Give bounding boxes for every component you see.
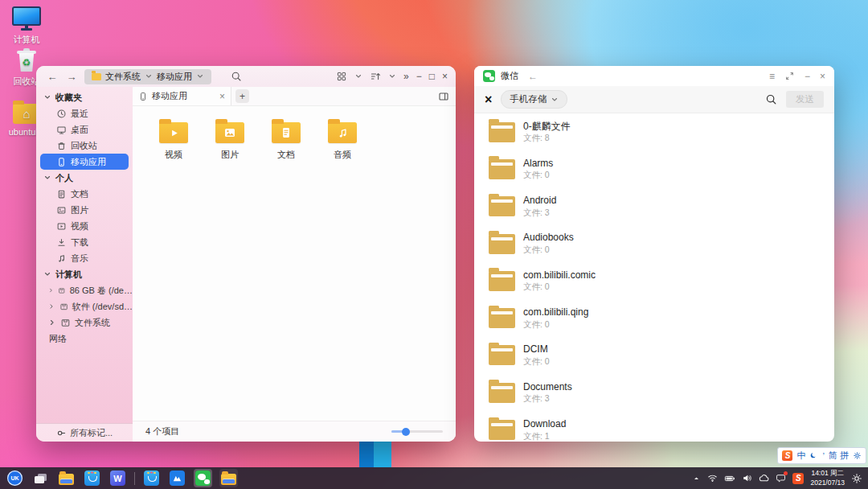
wifi-icon[interactable]	[707, 473, 718, 483]
gear-icon[interactable]	[853, 451, 862, 460]
more-tools-icon[interactable]: »	[403, 72, 409, 81]
sidebar-item-mobile-app[interactable]: 移动应用	[40, 154, 129, 170]
wechat-titlebar[interactable]: 微信 ← ≡ − ×	[474, 66, 834, 86]
sidebar-group-computer[interactable]: 计算机	[36, 266, 133, 282]
list-item[interactable]: Documents 文件: 3	[474, 374, 834, 411]
search-icon[interactable]	[231, 71, 242, 82]
sidebar-item-filesystem[interactable]: 文件系统	[36, 314, 133, 331]
sidebar-item-documents[interactable]: 文档	[36, 186, 133, 202]
taskbar-software-center[interactable]	[83, 469, 101, 487]
chevron-down-icon[interactable]	[388, 72, 396, 80]
new-tab-button[interactable]: +	[235, 89, 249, 103]
icon-view-icon[interactable]	[336, 71, 347, 82]
taskbar-clock[interactable]: 14:01 周二 2021/07/13	[810, 469, 845, 487]
task-view-button[interactable]	[31, 469, 50, 487]
sogou-logo-icon[interactable]: S	[782, 450, 792, 461]
list-item[interactable]: com.bilibili.qing 文件: 0	[474, 299, 834, 336]
night-light-icon[interactable]	[851, 473, 862, 484]
sidebar-item-desktop[interactable]: 桌面	[36, 121, 133, 138]
file-manager-titlebar[interactable]: ← → 文件系统 移动应用 » − □ ×	[36, 66, 456, 87]
chevron-down-icon[interactable]	[354, 72, 362, 80]
taskbar-software-center-running[interactable]	[142, 469, 161, 487]
sidebar-group-personal[interactable]: 个人	[36, 170, 133, 186]
sidebar-item-pictures[interactable]: 图片	[36, 202, 133, 218]
list-item[interactable]: Alarms 文件: 0	[474, 150, 834, 187]
tab-mobile-app[interactable]: 移动应用 ×	[133, 87, 231, 105]
sidebar-item-volume-software[interactable]: 软件 (/dev/sd…	[36, 298, 133, 314]
close-preview-icon[interactable]: ×	[485, 93, 492, 106]
tray-expand-icon[interactable]	[692, 474, 701, 483]
sort-icon[interactable]	[370, 71, 381, 82]
list-item[interactable]: Audiobooks 文件: 0	[474, 225, 834, 262]
zoom-slider[interactable]	[391, 430, 443, 433]
sogou-tray-icon[interactable]: S	[792, 473, 804, 484]
taskbar-file-manager-running[interactable]	[219, 469, 238, 487]
menu-icon[interactable]: ≡	[769, 71, 775, 82]
moon-icon[interactable]	[809, 451, 818, 460]
sidebar-group-favorites[interactable]: 收藏夹	[36, 89, 133, 105]
cloud-icon[interactable]	[759, 473, 769, 483]
detail-view-icon[interactable]	[438, 91, 449, 102]
ime-punctuation-icon[interactable]: ’	[822, 451, 824, 461]
software-center-icon	[84, 471, 100, 486]
disk-icon	[60, 318, 71, 328]
sidebar-item-music[interactable]: 音乐	[36, 250, 133, 266]
tab-close-icon[interactable]: ×	[219, 92, 225, 101]
chevron-right-icon[interactable]	[48, 318, 56, 327]
chevron-down-icon[interactable]	[145, 72, 153, 80]
chevron-down-icon[interactable]	[196, 72, 204, 80]
wechat-icon	[195, 471, 211, 486]
sogou-ime-bar[interactable]: S 中 ’ 简 拼	[777, 447, 866, 464]
folder-icon	[489, 271, 515, 291]
folder-item-documents[interactable]: 文档	[261, 117, 311, 161]
sidebar-item-videos[interactable]: 视频	[36, 218, 133, 234]
list-item[interactable]: DCIM 文件: 0	[474, 337, 834, 374]
forward-arrow-icon[interactable]: →	[65, 72, 78, 82]
breadcrumb[interactable]: 文件系统 移动应用	[84, 69, 211, 84]
maximize-button[interactable]: □	[429, 72, 435, 81]
wechat-toolbar: × 手机存储 发送	[474, 86, 834, 113]
sidebar-item-trash[interactable]: 回收站	[36, 138, 133, 154]
folder-item-videos[interactable]: 视频	[149, 117, 199, 161]
chevron-right-icon[interactable]	[48, 302, 55, 310]
list-item[interactable]: com.bilibili.comic 文件: 0	[474, 262, 834, 299]
ime-layout-label[interactable]: 简 拼	[829, 450, 849, 462]
back-arrow-icon[interactable]: ←	[46, 72, 59, 82]
battery-icon[interactable]	[724, 473, 735, 484]
sidebar-item-recent[interactable]: 最近	[36, 105, 133, 121]
mountain-app-icon	[170, 471, 185, 486]
back-arrow-icon[interactable]: ←	[528, 71, 538, 82]
list-item[interactable]: Android 文件: 3	[474, 188, 834, 225]
notification-badge	[784, 471, 788, 475]
taskbar-wechat[interactable]	[194, 469, 212, 487]
send-button[interactable]: 发送	[786, 91, 824, 108]
all-tags-button[interactable]: 所有标记...	[36, 423, 133, 442]
restore-icon[interactable]	[784, 71, 795, 81]
list-item[interactable]: 0-麒麟文件 文件: 8	[474, 113, 834, 150]
search-icon[interactable]	[765, 93, 777, 105]
close-button[interactable]: ×	[820, 71, 825, 82]
close-button[interactable]: ×	[442, 72, 448, 81]
minimize-button[interactable]: −	[416, 72, 422, 81]
taskbar-app-m[interactable]	[168, 469, 186, 487]
start-menu-button[interactable]: UK	[6, 469, 24, 487]
taskbar-wps[interactable]: W	[108, 469, 127, 487]
taskbar-file-manager[interactable]	[57, 469, 76, 487]
breadcrumb-current[interactable]: 移动应用	[157, 71, 192, 83]
volume-icon[interactable]	[742, 473, 752, 483]
list-item[interactable]: Download 文件: 1	[474, 411, 834, 442]
sidebar-item-volume-86gb[interactable]: 86 GB 卷 (/de…	[36, 282, 133, 298]
ime-mode-chinese[interactable]: 中	[796, 450, 805, 462]
folder-item-pictures[interactable]: 图片	[205, 117, 255, 161]
desktop-icon-computer[interactable]: 计算机	[3, 6, 50, 46]
folder-item-audio[interactable]: 音频	[317, 117, 367, 161]
sidebar-item-downloads[interactable]: 下载	[36, 234, 133, 250]
zoom-slider-thumb[interactable]	[402, 428, 410, 436]
sidebar-item-network[interactable]: 网络	[36, 331, 133, 347]
chevron-right-icon[interactable]	[48, 286, 54, 294]
minimize-button[interactable]: −	[805, 71, 810, 82]
notification-icon[interactable]	[776, 473, 786, 483]
storage-dropdown[interactable]: 手机存储	[501, 90, 567, 109]
breadcrumb-root[interactable]: 文件系统	[105, 71, 141, 83]
phone-icon	[138, 92, 148, 101]
